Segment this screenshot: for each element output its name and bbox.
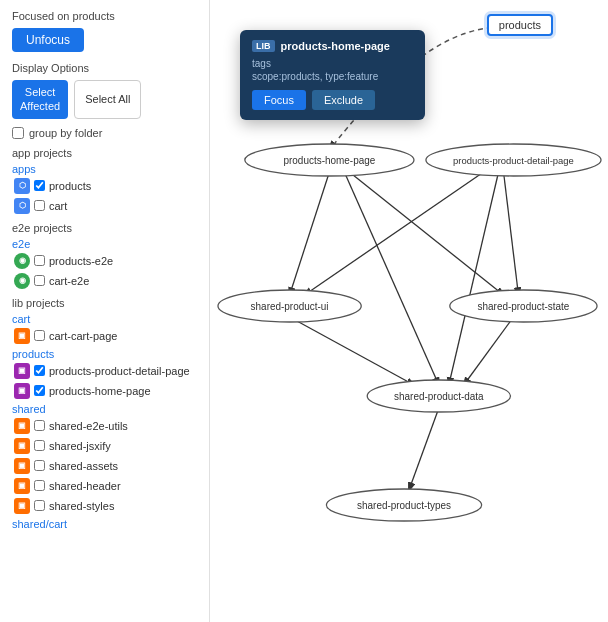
e2e-icon: ◉ (14, 253, 30, 269)
tooltip-title: products-home-page (281, 40, 390, 52)
svg-line-3 (504, 172, 519, 295)
project-name: products-product-detail-page (49, 365, 190, 377)
products-detail-checkbox[interactable] (34, 365, 45, 376)
cart-e2e-checkbox[interactable] (34, 275, 45, 286)
lib-shared-cart-label: shared/cart (12, 518, 197, 530)
lib-icon: ▣ (14, 418, 30, 434)
svg-line-7 (464, 317, 514, 385)
lib-products-section-label: products (12, 348, 197, 360)
tooltip-buttons: Focus Exclude (252, 90, 413, 110)
svg-text:shared-product-state: shared-product-state (478, 301, 570, 312)
unfocus-button[interactable]: Unfocus (12, 28, 84, 52)
svg-line-5 (449, 172, 499, 385)
group-by-folder-checkbox[interactable] (12, 127, 24, 139)
lib-icon: ▣ (14, 383, 30, 399)
list-item: ◉ products-e2e (12, 253, 197, 269)
apps-icon: ⬡ (14, 198, 30, 214)
list-item: ⬡ products (12, 178, 197, 194)
svg-text:shared-product-types: shared-product-types (357, 500, 451, 511)
list-item: ◉ cart-e2e (12, 273, 197, 289)
e2e-icon: ◉ (14, 273, 30, 289)
e2e-projects-label: e2e projects (12, 222, 197, 234)
list-item: ▣ shared-assets (12, 458, 197, 474)
lib-projects-label: lib projects (12, 297, 197, 309)
list-item: ▣ products-product-detail-page (12, 363, 197, 379)
svg-text:products-product-detail-page: products-product-detail-page (453, 155, 574, 166)
shared-header-checkbox[interactable] (34, 480, 45, 491)
tags-value: scope:products, type:feature (252, 71, 413, 82)
svg-text:products-home-page: products-home-page (284, 155, 376, 166)
project-name: cart-cart-page (49, 330, 117, 342)
products-home-checkbox[interactable] (34, 385, 45, 396)
svg-line-0 (290, 172, 330, 295)
lib-shared-section-label: shared (12, 403, 197, 415)
group-by-folder-row: group by folder (12, 127, 197, 139)
products-node-label: products (487, 14, 553, 36)
shared-e2e-utils-checkbox[interactable] (34, 420, 45, 431)
lib-icon: ▣ (14, 363, 30, 379)
lib-icon: ▣ (14, 328, 30, 344)
list-item: ▣ shared-header (12, 478, 197, 494)
shared-assets-checkbox[interactable] (34, 460, 45, 471)
cart-app-checkbox[interactable] (34, 200, 45, 211)
display-options-label: Display Options (12, 62, 197, 74)
list-item: ▣ products-home-page (12, 383, 197, 399)
svg-line-2 (344, 172, 439, 385)
app-section-label: apps (12, 163, 197, 175)
app-projects-label: app projects (12, 147, 197, 159)
svg-line-8 (409, 408, 439, 490)
shared-styles-checkbox[interactable] (34, 500, 45, 511)
project-name: shared-jsxify (49, 440, 111, 452)
list-item: ▣ shared-styles (12, 498, 197, 514)
svg-text:shared-product-ui: shared-product-ui (251, 301, 329, 312)
lib-cart-section-label: cart (12, 313, 197, 325)
project-name: shared-assets (49, 460, 118, 472)
list-item: ▣ shared-jsxify (12, 438, 197, 454)
svg-line-4 (305, 172, 484, 295)
svg-line-6 (290, 317, 414, 385)
project-name: shared-header (49, 480, 121, 492)
svg-line-1 (349, 172, 503, 295)
lib-icon: ▣ (14, 458, 30, 474)
products-e2e-checkbox[interactable] (34, 255, 45, 266)
products-node[interactable]: products (487, 14, 553, 36)
lib-badge: LIB (252, 40, 275, 52)
lib-icon: ▣ (14, 438, 30, 454)
node-tooltip: LIB products-home-page tags scope:produc… (240, 30, 425, 120)
project-name: products-e2e (49, 255, 113, 267)
products-app-checkbox[interactable] (34, 180, 45, 191)
e2e-section-label: e2e (12, 238, 197, 250)
exclude-button[interactable]: Exclude (312, 90, 375, 110)
graph-area: products-home-page products-product-deta… (210, 0, 608, 622)
lib-icon: ▣ (14, 498, 30, 514)
list-item: ▣ cart-cart-page (12, 328, 197, 344)
list-item: ▣ shared-e2e-utils (12, 418, 197, 434)
list-item: ⬡ cart (12, 198, 197, 214)
project-name: products-home-page (49, 385, 151, 397)
project-name: shared-styles (49, 500, 114, 512)
selection-buttons: SelectAffected Select All (12, 80, 197, 119)
tooltip-header: LIB products-home-page (252, 40, 413, 52)
shared-jsxify-checkbox[interactable] (34, 440, 45, 451)
apps-icon: ⬡ (14, 178, 30, 194)
select-all-button[interactable]: Select All (74, 80, 141, 119)
focus-button[interactable]: Focus (252, 90, 306, 110)
project-name: cart (49, 200, 67, 212)
project-name: products (49, 180, 91, 192)
project-name: shared-e2e-utils (49, 420, 128, 432)
sidebar: Focused on products Unfocus Display Opti… (0, 0, 210, 622)
svg-text:shared-product-data: shared-product-data (394, 391, 484, 402)
project-name: cart-e2e (49, 275, 89, 287)
cart-cart-page-checkbox[interactable] (34, 330, 45, 341)
lib-icon: ▣ (14, 478, 30, 494)
group-by-folder-label: group by folder (29, 127, 102, 139)
focused-label: Focused on products (12, 10, 197, 22)
tags-label: tags (252, 58, 413, 69)
select-affected-button[interactable]: SelectAffected (12, 80, 68, 119)
